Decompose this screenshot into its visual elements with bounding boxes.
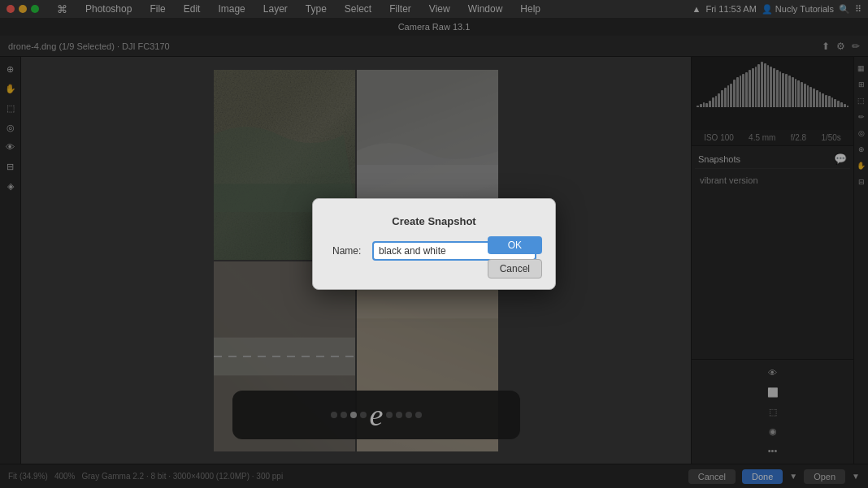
dialog-overlay: Create Snapshot Name: OK Cancel xyxy=(0,0,868,488)
dialog-title: Create Snapshot xyxy=(332,215,536,227)
dialog-cancel-button[interactable]: Cancel xyxy=(488,259,542,279)
dialog-ok-button[interactable]: OK xyxy=(488,236,542,254)
dialog-buttons: OK Cancel xyxy=(488,236,542,279)
dialog-name-label: Name: xyxy=(332,245,365,257)
create-snapshot-dialog: Create Snapshot Name: OK Cancel xyxy=(312,198,556,290)
